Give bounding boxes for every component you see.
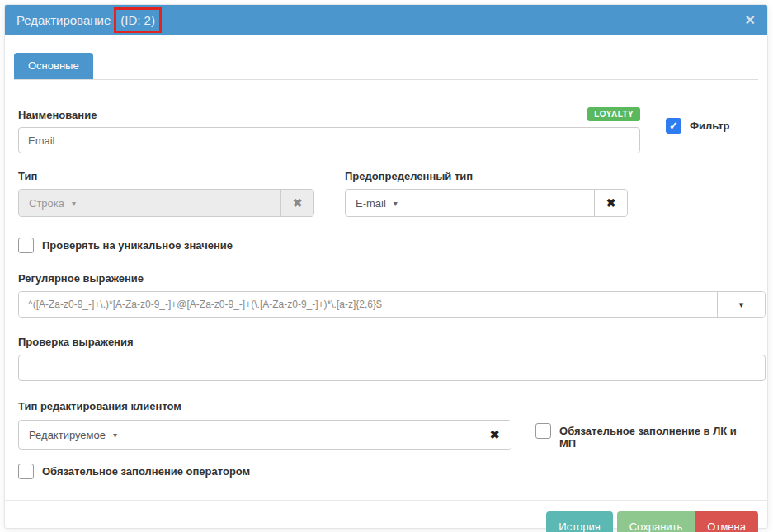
row-type: Тип Строка ▾ ✖ Предопределенный тип E-ma… bbox=[18, 170, 754, 217]
clear-icon: ✖ bbox=[490, 428, 500, 441]
name-input[interactable] bbox=[18, 127, 640, 153]
unique-checkbox[interactable] bbox=[18, 238, 34, 253]
filter-checkbox[interactable]: ✓ bbox=[666, 118, 681, 134]
required-operator-checkbox[interactable] bbox=[18, 464, 34, 479]
dialog-title-text: Редактирование bbox=[16, 13, 111, 27]
predefined-type-label: Предопределенный тип bbox=[345, 170, 628, 182]
required-operator-label: Обязательное заполнение оператором bbox=[42, 465, 250, 478]
filter-checkbox-row[interactable]: ✓ Фильтр bbox=[666, 118, 730, 134]
unique-label: Проверять на уникальное значение bbox=[42, 239, 233, 252]
type-select-group: Строка ▾ ✖ bbox=[18, 189, 314, 217]
required-lk-checkbox-row[interactable]: Обязательное заполнение в ЛК и МП bbox=[535, 425, 754, 450]
client-edit-select[interactable]: Редактируемое ▾ bbox=[19, 421, 478, 449]
tab-main[interactable]: Основные bbox=[14, 53, 93, 79]
row-unique: Проверять на уникальное значение bbox=[18, 238, 754, 253]
type-select[interactable]: Строка ▾ bbox=[19, 190, 280, 216]
type-label: Тип bbox=[18, 170, 314, 182]
regex-test-input[interactable] bbox=[18, 355, 766, 381]
predefined-type-clear-button[interactable]: ✖ bbox=[594, 190, 627, 216]
close-icon[interactable]: ✕ bbox=[745, 14, 756, 27]
caret-down-icon: ▾ bbox=[739, 299, 744, 310]
loyalty-badge: LOYALTY bbox=[587, 107, 640, 121]
dialog-footer: История Сохранить Отмена bbox=[5, 501, 767, 532]
caret-down-icon: ▾ bbox=[72, 199, 76, 208]
client-edit-label: Тип редактирования клиентом bbox=[18, 400, 511, 412]
client-edit-select-group: Редактируемое ▾ ✖ bbox=[18, 420, 511, 450]
predefined-type-select-value: E-mail bbox=[356, 197, 386, 210]
predefined-type-select-group: E-mail ▾ ✖ bbox=[345, 189, 628, 217]
regex-test-label: Проверка выражения bbox=[18, 336, 754, 348]
caret-down-icon: ▾ bbox=[113, 431, 117, 440]
regex-input[interactable] bbox=[19, 292, 717, 317]
row-regex-test: Проверка выражения bbox=[18, 336, 754, 381]
regex-dropdown-button[interactable]: ▾ bbox=[717, 292, 765, 317]
save-button[interactable]: Сохранить bbox=[617, 511, 695, 532]
required-lk-checkbox[interactable] bbox=[535, 423, 551, 439]
row-regex: Регулярное выражение ▾ bbox=[18, 272, 754, 318]
regex-input-group: ▾ bbox=[18, 291, 766, 318]
required-lk-label: Обязательное заполнение в ЛК и МП bbox=[559, 425, 754, 450]
checkmark-icon: ✓ bbox=[669, 120, 678, 132]
predefined-type-select[interactable]: E-mail ▾ bbox=[346, 190, 594, 216]
row-required-operator: Обязательное заполнение оператором bbox=[18, 464, 754, 479]
edit-form: Наименование LOYALTY ✓ Фильтр Тип bbox=[14, 107, 758, 479]
client-edit-clear-button[interactable]: ✖ bbox=[478, 421, 511, 449]
type-clear-button[interactable]: ✖ bbox=[280, 190, 313, 216]
history-button[interactable]: История bbox=[546, 511, 612, 532]
filter-label: Фильтр bbox=[690, 120, 730, 132]
dialog-body: Основные Наименование LOYALTY ✓ Фильтр bbox=[5, 35, 767, 479]
type-select-value: Строка bbox=[29, 197, 64, 210]
required-operator-checkbox-row[interactable]: Обязательное заполнение оператором bbox=[18, 464, 754, 479]
regex-label: Регулярное выражение bbox=[18, 272, 754, 285]
dialog-header: Редактирование (ID: 2) ✕ bbox=[5, 5, 767, 35]
name-label: Наименование bbox=[18, 109, 97, 121]
tab-bar: Основные bbox=[14, 53, 758, 80]
row-client-edit: Тип редактирования клиентом Редактируемо… bbox=[18, 400, 754, 450]
edit-dialog: Редактирование (ID: 2) ✕ Основные Наимен… bbox=[4, 4, 768, 529]
dialog-title: Редактирование (ID: 2) bbox=[16, 7, 162, 33]
row-name: Наименование LOYALTY ✓ Фильтр bbox=[18, 107, 754, 153]
dialog-title-id: (ID: 2) bbox=[120, 13, 155, 27]
annotation-box: (ID: 2) bbox=[114, 7, 162, 33]
clear-icon: ✖ bbox=[293, 196, 303, 210]
client-edit-select-value: Редактируемое bbox=[29, 429, 106, 441]
clear-icon: ✖ bbox=[606, 196, 616, 210]
cancel-button[interactable]: Отмена bbox=[695, 511, 758, 532]
unique-checkbox-row[interactable]: Проверять на уникальное значение bbox=[18, 238, 754, 253]
caret-down-icon: ▾ bbox=[394, 199, 398, 208]
